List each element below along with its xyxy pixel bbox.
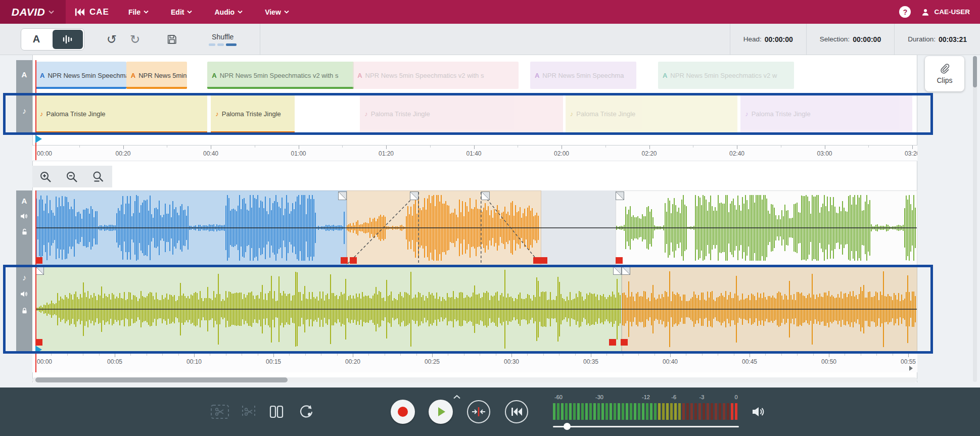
fade-handle[interactable]: [410, 191, 418, 200]
speaker-icon[interactable]: [16, 290, 32, 300]
track-type-music-icon[interactable]: ♪: [16, 273, 32, 282]
meter-segment: [577, 403, 580, 420]
meter-segment: [666, 403, 669, 420]
text-mode-button[interactable]: A: [21, 33, 52, 45]
shuffle-bar: [209, 43, 215, 46]
volume-slider[interactable]: [553, 423, 739, 430]
speech-clip[interactable]: ANPR News 5min Speechmatics v2 with s: [35, 62, 126, 89]
speech-track-controls: A: [16, 190, 32, 265]
npr-speech-clip-green[interactable]: [616, 190, 917, 265]
user-menu[interactable]: CAE-USER: [921, 8, 970, 17]
ruler-label: 02:40: [729, 150, 744, 157]
speech-clip[interactable]: ANPR News 5min Speechmatics v2 with s: [353, 62, 519, 89]
play-options-caret-icon[interactable]: [453, 395, 461, 399]
main-playhead-marker[interactable]: [35, 346, 42, 354]
clip-edge-marker[interactable]: [35, 257, 42, 264]
lock-open-icon[interactable]: [16, 228, 32, 238]
monitor-speaker-icon[interactable]: [752, 406, 766, 418]
menu-edit[interactable]: Edit: [171, 8, 192, 16]
ruler-tick: [718, 354, 718, 356]
meter-segment: [646, 403, 648, 420]
fade-handle[interactable]: [613, 266, 622, 275]
overview-timeline-ruler[interactable]: 00:0000:2000:4001:0001:2001:4002:0002:20…: [32, 145, 917, 161]
track-type-a-icon[interactable]: A: [16, 197, 32, 205]
skip-to-start-button[interactable]: [505, 400, 528, 423]
music-clip[interactable]: ♪Paloma Triste Jingle: [360, 94, 563, 133]
fade-handle[interactable]: [481, 191, 490, 200]
fade-handle[interactable]: [616, 191, 624, 200]
clip-edge-marker[interactable]: [621, 339, 628, 346]
main-timeline-ruler[interactable]: 00:0000:0500:1000:1500:2000:2500:3000:35…: [32, 353, 917, 372]
redo-button[interactable]: ↻: [130, 32, 140, 46]
lock-closed-icon[interactable]: [16, 307, 32, 317]
speaker-icon[interactable]: [16, 213, 32, 222]
clip-edge-marker[interactable]: [350, 257, 357, 264]
meter-segment: [573, 403, 576, 420]
overview-playhead-marker[interactable]: [35, 135, 42, 143]
clip-edge-marker[interactable]: [35, 339, 42, 346]
horizontal-scrollbar[interactable]: [32, 377, 917, 382]
clip-edge-marker[interactable]: [540, 257, 547, 264]
speech-clip[interactable]: ANPR News 5min Speechmatics v2 w: [658, 62, 794, 89]
clip-edge-marker[interactable]: [533, 257, 540, 264]
clip-edge-marker[interactable]: [341, 257, 348, 264]
paloma-jingle-clip-orange[interactable]: [622, 265, 917, 353]
david-logo[interactable]: DAVID: [0, 0, 66, 24]
music-track-icon[interactable]: ♪: [16, 107, 32, 116]
ruler-tick: [167, 146, 167, 148]
split-view-button[interactable]: [269, 404, 284, 419]
save-button[interactable]: [166, 34, 177, 45]
speech-track-icon[interactable]: A: [16, 70, 32, 79]
ruler-tick: [115, 354, 115, 357]
retake-button[interactable]: [297, 404, 314, 419]
ruler-tick: [211, 146, 211, 149]
zoom-out-button[interactable]: [59, 166, 85, 187]
npr-speech-clip-blue[interactable]: [35, 190, 347, 265]
clip-edge-marker[interactable]: [616, 257, 623, 264]
fade-handle[interactable]: [338, 191, 347, 200]
main-playhead: [35, 190, 36, 372]
music-clip[interactable]: ♪Paloma Triste Jingle: [211, 94, 295, 133]
shuffle-tool[interactable]: Shuffle: [209, 33, 237, 46]
speech-clip[interactable]: ANPR News 5min Speechmatics v2 with s: [207, 62, 354, 89]
fade-handle[interactable]: [622, 266, 630, 275]
menu-view[interactable]: View: [265, 8, 289, 16]
play-button[interactable]: [429, 400, 453, 424]
record-button[interactable]: [391, 400, 415, 424]
undo-button[interactable]: ↺: [107, 32, 117, 46]
clip-edge-marker[interactable]: [609, 339, 616, 346]
zoom-to-selection-button[interactable]: [85, 166, 111, 187]
stat-value: 00:00:00: [765, 35, 793, 43]
speech-clip[interactable]: ANPR News 5min Speechma: [530, 62, 636, 89]
fade-handle[interactable]: [35, 266, 44, 275]
stat-label: Duration:: [908, 35, 936, 43]
meter-segment: [731, 403, 733, 420]
razor-selection-button[interactable]: [210, 404, 229, 420]
horizontal-scrollbar-thumb[interactable]: [35, 377, 288, 382]
ruler-tick: [464, 354, 464, 356]
meter-segment: [581, 403, 584, 420]
paloma-jingle-clip-olive[interactable]: [35, 265, 622, 353]
music-clip[interactable]: ♪Paloma Triste Jingle: [35, 94, 207, 133]
volume-slider-handle[interactable]: [564, 423, 571, 430]
music-clip[interactable]: ♪Paloma Triste Jingle: [740, 94, 912, 133]
zoom-in-button[interactable]: [32, 166, 59, 187]
speech-clip[interactable]: ANPR News 5min Speechmatics v2 with s: [126, 62, 187, 89]
ruler-label: 00:00: [37, 150, 52, 157]
vertical-scrollbar-thumb[interactable]: [973, 56, 977, 87]
waveform-mode-button[interactable]: [53, 30, 83, 49]
vertical-scrollbar[interactable]: [973, 56, 977, 382]
menu-audio[interactable]: Audio: [214, 8, 243, 16]
cut-at-playhead-button[interactable]: [240, 404, 257, 420]
help-button[interactable]: ?: [899, 6, 911, 18]
menu-file[interactable]: File: [128, 8, 149, 16]
clips-panel-button[interactable]: Clips: [925, 56, 964, 91]
ruler-label: 03:20: [905, 150, 917, 157]
status-head: Head:00:00:00: [730, 24, 806, 55]
npr-speech-clip-orange[interactable]: [347, 190, 541, 265]
go-to-playhead-button[interactable]: [467, 400, 490, 423]
scroll-right-arrow[interactable]: [909, 366, 913, 371]
volume-slider-track[interactable]: [553, 426, 739, 427]
music-clip[interactable]: ♪Paloma Triste Jingle: [566, 94, 737, 133]
ruler-label: 00:40: [663, 358, 678, 365]
